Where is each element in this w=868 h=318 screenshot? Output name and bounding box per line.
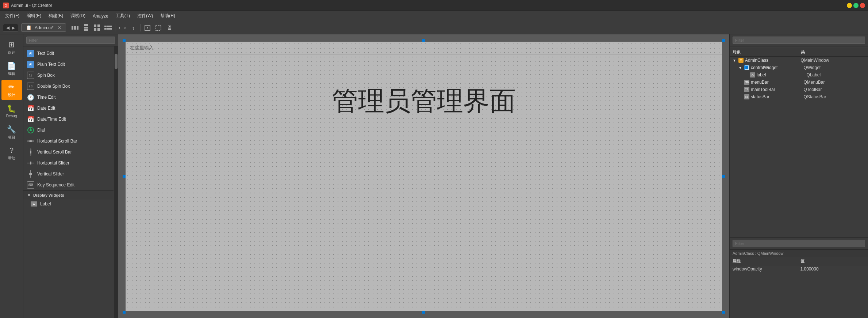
right-panel: 对象 类 ▼ M AdminClass QMainWindow ▼ xyxy=(729,34,868,318)
sidebar-item-design[interactable]: ✏ 设计 xyxy=(1,80,22,100)
datetime-edit-icon: 📅 xyxy=(27,116,34,123)
object-tree-panel: 对象 类 ▼ M AdminClass QMainWindow ▼ xyxy=(730,34,868,238)
prop-context-label: AdminClass : QMainWindow xyxy=(730,250,868,257)
menu-help[interactable]: 帮助(H) xyxy=(157,11,179,20)
dial-icon xyxy=(27,126,34,134)
widget-item-hslider[interactable]: Horizontal Slider xyxy=(23,158,114,169)
sidebar-item-welcome[interactable]: ⊞ 欢迎 xyxy=(1,37,22,58)
tree-row-centralwidget[interactable]: ▼ centralWidget QWidget xyxy=(730,64,868,71)
tree-name-menubar: menuBar xyxy=(751,80,769,85)
tree-class-centralwidget: QWidget xyxy=(800,65,865,70)
sidebar-label-debug: Debug xyxy=(6,114,17,118)
widget-item-label[interactable]: A Label xyxy=(23,200,114,208)
statusbar-icon: SB xyxy=(744,94,749,99)
spacer-h-button[interactable]: ⟷ xyxy=(117,23,127,33)
spacer-v-button[interactable]: ↕ xyxy=(128,23,138,33)
canvas-area[interactable]: 在这里输入 管理员管理界面 xyxy=(118,34,729,318)
toolbar-separator-2 xyxy=(115,24,115,31)
widget-item-vscroll[interactable]: Vertical Scroll Bar xyxy=(23,147,114,158)
prop-name-opacity: windowOpacity xyxy=(733,266,798,272)
handle-tm xyxy=(422,39,425,42)
menu-tools[interactable]: 工具(T) xyxy=(112,11,134,20)
sidebar-item-edit[interactable]: 📄 编辑 xyxy=(1,58,22,79)
widget-item-text-edit[interactable]: AI Text Edit xyxy=(23,48,114,59)
widget-scroll-thumb[interactable] xyxy=(115,54,118,69)
widget-item-vslider[interactable]: Vertical Slider xyxy=(23,169,114,179)
tree-row-menubar[interactable]: MB menuBar QMenuBar xyxy=(730,79,868,86)
handle-bl xyxy=(123,311,126,314)
svg-rect-9 xyxy=(97,28,100,31)
menu-debug[interactable]: 调试(D) xyxy=(67,11,89,20)
svg-rect-5 xyxy=(84,29,88,31)
menu-edit[interactable]: 编辑(E) xyxy=(23,11,45,20)
main-layout: ⊞ 欢迎 📄 编辑 ✏ 设计 🐛 Debug 🔧 项目 ? 帮助 xyxy=(0,34,868,318)
canvas-inner[interactable]: 在这里输入 管理员管理界面 xyxy=(126,42,722,311)
preview-button[interactable]: 🖥 xyxy=(164,23,174,33)
date-edit-icon: 📅 xyxy=(27,105,34,112)
widget-filter-input[interactable] xyxy=(26,37,115,44)
prop-val-opacity: 1.000000 xyxy=(798,266,865,272)
sidebar-item-debug[interactable]: 🐛 Debug xyxy=(1,101,22,121)
svg-rect-20 xyxy=(29,140,32,142)
widget-item-key-seq[interactable]: ⌨ Key Sequence Edit xyxy=(23,179,114,190)
tree-row-maintoolbar[interactable]: TB mainToolBar QToolBar xyxy=(730,86,868,93)
minimize-button[interactable]: − xyxy=(847,3,852,8)
widget-item-datetime-edit[interactable]: 📅 Date/Time Edit xyxy=(23,114,114,125)
widget-label-hscroll: Horizontal Scroll Bar xyxy=(37,139,77,144)
category-display-widgets[interactable]: ▼ Display Widgets xyxy=(23,190,114,200)
widget-scrollbar[interactable] xyxy=(114,46,118,318)
layout-form-button[interactable] xyxy=(103,23,113,33)
toolbar-separator-1 xyxy=(68,24,68,31)
widget-item-spin-box[interactable]: 1↕ Spin Box xyxy=(23,70,114,81)
tree-row-label[interactable]: A label QLabel xyxy=(730,71,868,79)
widget-label-vscroll: Vertical Scroll Bar xyxy=(37,149,72,155)
prop-filter-input[interactable] xyxy=(733,240,865,247)
svg-rect-1 xyxy=(74,26,76,30)
menubar-icon: MB xyxy=(744,80,749,85)
menu-plugins[interactable]: 控件(W) xyxy=(134,11,157,20)
close-button[interactable]: ✕ xyxy=(860,3,865,8)
menu-analyze[interactable]: Analyze xyxy=(89,12,112,20)
widget-item-hscroll[interactable]: Horizontal Scroll Bar xyxy=(23,136,114,147)
sidebar-label-design: 设计 xyxy=(8,92,15,98)
tree-col-class-label: 类 xyxy=(797,49,865,55)
widget-item-time-edit[interactable]: 🕐 Time Edit xyxy=(23,92,114,103)
text-edit-icon: AI xyxy=(27,50,34,57)
prop-row-opacity[interactable]: windowOpacity 1.000000 xyxy=(730,265,868,273)
layout-v-button[interactable] xyxy=(81,23,91,33)
category-display-label: Display Widgets xyxy=(33,193,64,197)
widget-panel: AI Text Edit AI Plain Text Edit 1↕ Spin … xyxy=(23,34,118,318)
widget-item-plain-text-edit[interactable]: AI Plain Text Edit xyxy=(23,59,114,70)
widget-item-dial[interactable]: Dial xyxy=(23,125,114,136)
widget-scroll-area: AI Text Edit AI Plain Text Edit 1↕ Spin … xyxy=(23,46,118,318)
widget-label-vslider: Vertical Slider xyxy=(37,171,64,177)
layout-h-button[interactable] xyxy=(70,23,80,33)
tree-row-adminclass[interactable]: ▼ M AdminClass QMainWindow xyxy=(730,57,868,64)
layout-grid-button[interactable] xyxy=(92,23,102,33)
centralwidget-icon xyxy=(744,65,749,70)
tree-row-statusbar[interactable]: SB statusBar QStatusBar xyxy=(730,93,868,101)
menu-file[interactable]: 文件(F) xyxy=(1,11,23,20)
sidebar-label-help: 帮助 xyxy=(8,156,15,161)
object-filter-area xyxy=(730,34,868,46)
sidebar-label-edit: 编辑 xyxy=(8,71,15,76)
sidebar-item-project[interactable]: 🔧 项目 xyxy=(1,122,22,143)
object-filter-input[interactable] xyxy=(733,37,865,44)
properties-panel: AdminClass : QMainWindow 属性 值 windowOpac… xyxy=(730,238,868,318)
back-button[interactable]: ◀ xyxy=(6,25,9,30)
double-spin-box-icon: 1.2 xyxy=(27,83,34,90)
adjust-size-button[interactable] xyxy=(142,23,153,33)
menu-build[interactable]: 构建(B) xyxy=(45,11,67,20)
svg-rect-13 xyxy=(107,28,112,30)
hslider-icon xyxy=(27,159,34,167)
sidebar-item-help[interactable]: ? 帮助 xyxy=(1,143,22,164)
tab-close-button[interactable]: ✕ xyxy=(58,25,61,30)
forward-button[interactable]: ▶ xyxy=(12,25,15,30)
widget-item-date-edit[interactable]: 📅 Date Edit xyxy=(23,103,114,114)
maximize-button[interactable]: □ xyxy=(853,3,859,8)
tree-name-statusbar: statusBar xyxy=(751,94,769,99)
widget-item-double-spin-box[interactable]: 1.2 Double Spin Box xyxy=(23,81,114,92)
break-layout-button[interactable] xyxy=(153,23,164,33)
handle-tr xyxy=(722,39,725,42)
widget-label-time-edit: Time Edit xyxy=(37,95,55,100)
